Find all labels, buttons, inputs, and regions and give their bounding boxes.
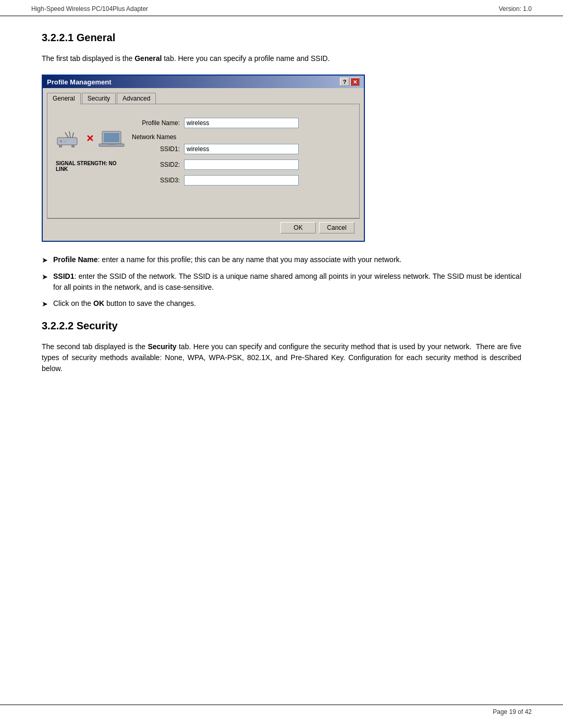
bullet-text-3: Click on the OK button to save the chang… <box>53 298 196 310</box>
bullet-arrow-3: ➤ <box>42 299 48 310</box>
tab-content-general: ✕ SIGNAL STRENGTH: NO LINK <box>47 104 360 218</box>
form-section: ✕ SIGNAL STRENGTH: NO LINK <box>56 113 351 191</box>
bullet-arrow-1: ➤ <box>42 255 48 266</box>
header-right: Version: 1.0 <box>499 5 532 13</box>
tab-general[interactable]: General <box>47 93 81 104</box>
bullet-text-1: Profile Name: enter a name for this prof… <box>53 254 401 266</box>
router-icon <box>55 128 82 149</box>
ssid3-row: SSID3: <box>132 175 351 186</box>
cancel-button[interactable]: Cancel <box>319 222 354 233</box>
page-content: 3.2.2.1 General The first tab displayed … <box>0 16 563 414</box>
network-names-label: Network Names <box>132 133 351 141</box>
ok-button[interactable]: OK <box>280 222 316 233</box>
profile-name-input[interactable] <box>184 118 299 128</box>
ssid1-label: SSID1: <box>132 145 184 153</box>
bullet-item-2: ➤ SSID1: enter the SSID of the network. … <box>42 271 521 293</box>
svg-rect-7 <box>71 145 75 147</box>
tabs-row: General Security Advanced <box>47 92 360 104</box>
titlebar-buttons: ? ✕ <box>340 78 360 86</box>
intro-text: The first tab displayed is the <box>42 54 134 63</box>
profile-management-dialog: Profile Management ? ✕ General Security … <box>42 75 365 242</box>
signal-strength-label: SIGNAL STRENGTH: NO LINK <box>56 161 124 172</box>
profile-name-row: Profile Name: <box>132 118 351 128</box>
tab-advanced[interactable]: Advanced <box>117 93 156 104</box>
svg-line-5 <box>72 132 74 138</box>
bullet-item-3: ➤ Click on the OK button to save the cha… <box>42 298 521 310</box>
ssid2-row: SSID2: <box>132 159 351 170</box>
x-mark: ✕ <box>86 133 94 144</box>
intro-bold: General <box>134 54 162 63</box>
intro-rest: tab. Here you can specify a profile name… <box>162 54 329 63</box>
tab-security[interactable]: Security <box>82 93 116 104</box>
svg-rect-9 <box>104 133 119 142</box>
profile-name-label: Profile Name: <box>132 119 184 127</box>
section1-heading: 3.2.2.1 General <box>42 32 521 44</box>
svg-line-3 <box>65 132 68 138</box>
footer-text: Page 19 of 42 <box>493 708 532 715</box>
ssid3-label: SSID3: <box>132 177 184 184</box>
ssid3-input[interactable] <box>184 175 299 186</box>
svg-rect-6 <box>59 145 62 147</box>
close-button[interactable]: ✕ <box>350 78 360 86</box>
section2-body: The second tab displayed is the Security… <box>42 341 521 374</box>
dialog-footer: OK Cancel <box>47 218 360 237</box>
dialog-title: Profile Management <box>47 78 112 86</box>
dialog-body: General Security Advanced <box>43 88 364 241</box>
section1-intro: The first tab displayed is the General t… <box>42 53 521 64</box>
bullet-list: ➤ Profile Name: enter a name for this pr… <box>42 254 521 310</box>
wireless-icon: ✕ <box>55 128 125 149</box>
svg-rect-11 <box>107 144 116 145</box>
help-button[interactable]: ? <box>340 78 349 86</box>
ssid1-row: SSID1: <box>132 144 351 154</box>
ssid1-input[interactable] <box>184 144 299 154</box>
icon-area: ✕ SIGNAL STRENGTH: NO LINK <box>56 113 124 191</box>
ssid2-label: SSID2: <box>132 161 184 168</box>
section2-heading: 3.2.2.2 Security <box>42 320 521 332</box>
svg-point-2 <box>64 140 66 142</box>
bullet-item-1: ➤ Profile Name: enter a name for this pr… <box>42 254 521 266</box>
form-fields: Profile Name: Network Names SSID1: SSID2… <box>132 113 351 191</box>
bullet-text-2: SSID1: enter the SSID of the network. Th… <box>53 271 521 293</box>
header-left: High-Speed Wireless PC/104Plus Adapter <box>31 5 148 13</box>
svg-point-1 <box>60 140 62 142</box>
bullet-arrow-2: ➤ <box>42 272 48 293</box>
page-header: High-Speed Wireless PC/104Plus Adapter V… <box>0 0 563 16</box>
ssid2-input[interactable] <box>184 159 299 170</box>
dialog-titlebar: Profile Management ? ✕ <box>43 76 364 88</box>
laptop-icon <box>98 128 125 149</box>
svg-line-4 <box>69 131 70 138</box>
page-footer: Page 19 of 42 <box>0 705 563 719</box>
